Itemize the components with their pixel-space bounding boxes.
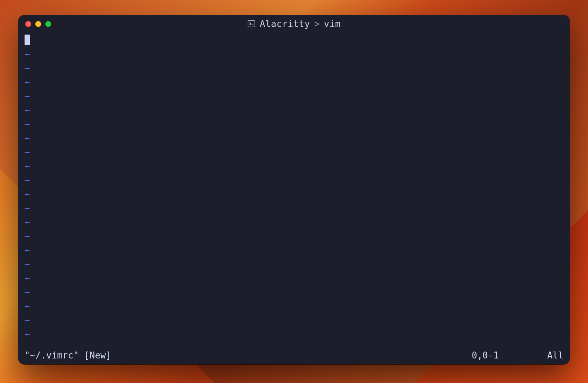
vim-empty-line: ~ [25, 299, 563, 314]
vim-empty-line: ~ [25, 257, 563, 271]
vim-status-line: "~/.vimrc" [New] 0,0-1 All [18, 348, 570, 364]
vim-empty-line: ~ [25, 271, 563, 286]
minimize-button[interactable] [35, 21, 41, 27]
vim-empty-line: ~ [25, 75, 563, 90]
vim-cursor [25, 35, 30, 45]
vim-empty-line: ~ [25, 229, 563, 243]
vim-empty-line: ~ [25, 61, 563, 75]
title-app-name: Alacritty [260, 19, 310, 29]
svg-rect-0 [248, 21, 255, 27]
vim-empty-line: ~ [25, 201, 563, 215]
maximize-button[interactable] [45, 21, 51, 27]
vim-empty-line: ~ [25, 89, 563, 103]
vim-empty-line: ~ [25, 187, 563, 202]
vim-empty-line: ~ [25, 285, 563, 299]
vim-empty-line: ~ [25, 327, 563, 342]
vim-empty-line: ~ [25, 117, 563, 131]
vim-empty-line: ~ [25, 145, 563, 159]
terminal-icon [247, 20, 256, 28]
vim-empty-line: ~ [25, 173, 563, 187]
title-separator: > [314, 19, 320, 29]
vim-empty-line: ~ [25, 103, 563, 118]
vim-empty-line: ~ [25, 313, 563, 327]
vim-editor-area[interactable]: ~~~~~~~~~~~~~~~~~~~~~ [18, 32, 570, 348]
window-title: Alacritty > vim [18, 15, 570, 32]
vim-line [25, 33, 563, 47]
status-cursor-position: 0,0-1 [472, 350, 499, 361]
title-process: vim [324, 19, 341, 29]
window-titlebar: Alacritty > vim [18, 15, 570, 32]
alacritty-window: Alacritty > vim ~~~~~~~~~~~~~~~~~~~~~ "~… [18, 15, 570, 364]
status-file-info: "~/.vimrc" [New] [25, 350, 111, 361]
close-button[interactable] [25, 21, 31, 27]
vim-empty-line: ~ [25, 47, 563, 62]
traffic-lights [25, 21, 51, 27]
vim-empty-line: ~ [25, 215, 563, 230]
vim-empty-line: ~ [25, 159, 563, 174]
vim-empty-line: ~ [25, 243, 563, 258]
status-scroll: All [547, 350, 563, 361]
vim-empty-line: ~ [25, 131, 563, 146]
